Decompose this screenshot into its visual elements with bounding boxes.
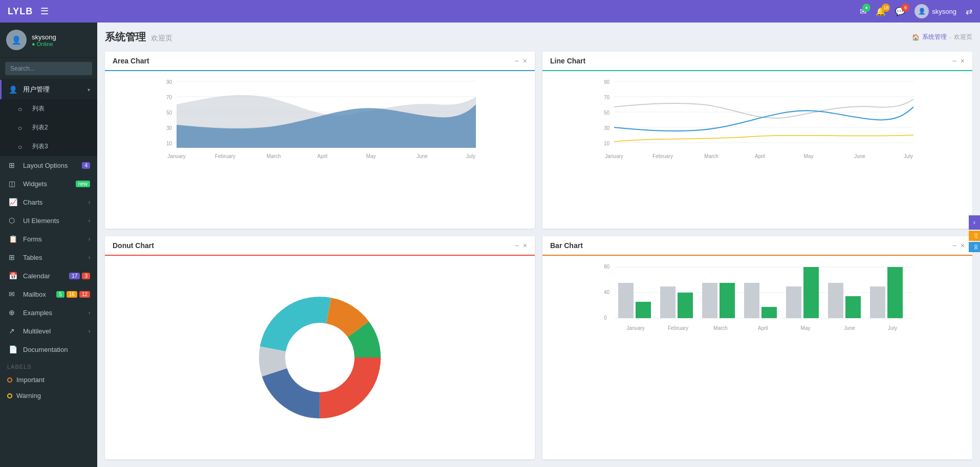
- donut-chart-title: Donut Chart: [113, 241, 154, 250]
- bar-chart-card: Bar Chart − × 80 40 0: [542, 236, 972, 460]
- line-chart-card: Line Chart − × 90 70 50 30 10: [542, 52, 972, 229]
- sidebar-toggle[interactable]: ☰: [40, 6, 49, 17]
- svg-text:70: 70: [604, 95, 610, 100]
- sidebar-item-list2[interactable]: ○ 列表2: [0, 118, 97, 137]
- breadcrumb-home-icon: 🏠: [912, 34, 920, 41]
- sidebar-item-tables[interactable]: ⊞ Tables ›: [0, 248, 97, 266]
- svg-text:February: February: [215, 153, 235, 159]
- bar-chart-header: Bar Chart − ×: [542, 236, 972, 256]
- donut-chart-close[interactable]: ×: [523, 241, 527, 250]
- breadcrumb-home-link[interactable]: 系统管理: [922, 33, 947, 41]
- circle-icon: ○: [18, 124, 28, 132]
- svg-text:February: February: [652, 153, 673, 159]
- donut-center: [286, 323, 354, 392]
- navbar: LYLB ☰ ✉ ● 🔔 18 💬 9 👤 skysong ⇄: [0, 0, 980, 23]
- layout-badge: 4: [82, 162, 90, 169]
- sidebar-item-label: Calendar: [23, 272, 67, 280]
- area-chart-close[interactable]: ×: [523, 57, 527, 65]
- sidebar: 👤 skysong Online 👤 用户管理 ▾ ○ 列表: [0, 23, 97, 467]
- line-yellow: [614, 135, 913, 142]
- labels-section: LABELS: [0, 359, 97, 372]
- search-input[interactable]: [5, 62, 92, 75]
- line-chart-close[interactable]: ×: [961, 57, 965, 65]
- avatar: 👤: [914, 4, 929, 18]
- page-header: 系统管理 欢迎页 🏠 系统管理 › 欢迎页: [105, 30, 972, 44]
- area-chart-title: Area Chart: [113, 57, 149, 65]
- mail-badge: ●: [862, 4, 870, 12]
- svg-text:June: June: [844, 325, 855, 331]
- area-chart-card: Area Chart − × 90 70 50 30 10: [105, 52, 535, 229]
- donut-chart-body: [105, 256, 535, 460]
- sidebar-item-user-mgmt[interactable]: 👤 用户管理 ▾: [0, 80, 97, 99]
- brand: LYLB: [8, 6, 33, 17]
- user-menu[interactable]: 👤 skysong: [914, 4, 956, 18]
- sidebar-status: Online: [32, 41, 56, 47]
- bar-jun-grey: [828, 283, 843, 318]
- svg-text:10: 10: [604, 141, 610, 146]
- sidebar-item-documentation[interactable]: 📄 Documentation: [0, 340, 97, 359]
- ui-icon: ⬡: [9, 216, 19, 225]
- sidebar-item-charts[interactable]: 📈 Charts ›: [0, 193, 97, 211]
- svg-text:April: April: [755, 153, 765, 159]
- bar-mar-green: [720, 283, 735, 318]
- area-chart-minimize[interactable]: −: [515, 57, 519, 65]
- sidebar-item-label: Layout Options: [23, 162, 80, 169]
- donut-chart-header: Donut Chart − ×: [105, 236, 535, 256]
- breadcrumb-separator: ›: [949, 34, 951, 41]
- sidebar-item-label: Multilevel: [23, 327, 89, 335]
- label-important: Important: [16, 376, 45, 384]
- chevron-right-icon: ›: [89, 218, 90, 224]
- sidebar-label-warning[interactable]: Warning: [0, 388, 97, 404]
- bar-chart-minimize[interactable]: −: [952, 241, 956, 250]
- username: skysong: [932, 8, 956, 15]
- donut-chart-minimize[interactable]: −: [515, 241, 519, 250]
- line-chart-minimize[interactable]: −: [952, 57, 956, 65]
- svg-text:30: 30: [166, 125, 172, 131]
- donut-chart-card: Donut Chart − ×: [105, 236, 535, 460]
- svg-text:April: April: [317, 153, 328, 159]
- widgets-icon: ◫: [9, 180, 19, 188]
- sidebar-item-calendar[interactable]: 📅 Calendar 17 3: [0, 266, 97, 285]
- sidebar-item-examples[interactable]: ⊕ Examples ›: [0, 303, 97, 322]
- sidebar-item-layout[interactable]: ⊞ Layout Options 4: [0, 156, 97, 174]
- area-chart-header: Area Chart − ×: [105, 52, 535, 71]
- line-chart-header: Line Chart − ×: [542, 52, 972, 71]
- right-panel-toggle[interactable]: ‹: [969, 215, 980, 229]
- line-chart-body: 90 70 50 30 10: [542, 71, 972, 229]
- sidebar-item-forms[interactable]: 📋 Forms ›: [0, 230, 97, 248]
- navbar-right: ✉ ● 🔔 18 💬 9 👤 skysong ⇄: [860, 4, 972, 18]
- sidebar-item-widgets[interactable]: ◫ Widgets new: [0, 174, 97, 193]
- doc-icon: 📄: [9, 345, 19, 353]
- svg-text:May: May: [801, 325, 811, 331]
- svg-text:March: March: [704, 153, 718, 159]
- right-panel-tab-2[interactable]: 06: [969, 242, 980, 252]
- sidebar-item-label: Charts: [23, 198, 89, 206]
- sidebar-item-list3[interactable]: ○ 列表3: [0, 137, 97, 156]
- mail-icon-wrap[interactable]: ✉ ●: [860, 7, 866, 16]
- chevron-right-icon: ›: [89, 310, 90, 316]
- bar-apr-grey: [744, 283, 759, 318]
- sidebar-item-label: Mailbox: [23, 291, 54, 298]
- line-chart-controls: − ×: [952, 57, 965, 65]
- bar-apr-green: [761, 307, 777, 318]
- bar-chart-close[interactable]: ×: [961, 241, 965, 250]
- chevron-right-icon: ›: [89, 255, 90, 260]
- sidebar-item-label: 用户管理: [23, 85, 88, 94]
- share-icon[interactable]: ⇄: [966, 7, 972, 16]
- sidebar-item-multilevel[interactable]: ↗ Multilevel ›: [0, 322, 97, 340]
- chevron-right-icon: ›: [89, 236, 90, 242]
- right-panel-tab-1[interactable]: 07: [969, 230, 980, 240]
- sidebar-item-ui-elements[interactable]: ⬡ UI Elements ›: [0, 211, 97, 230]
- sidebar-item-label: 列表: [32, 104, 90, 113]
- area-chart-body: 90 70 50 30 10: [105, 71, 535, 229]
- sidebar-label-important[interactable]: Important: [0, 372, 97, 388]
- svg-text:January: January: [626, 325, 645, 331]
- chevron-down-icon: ▾: [88, 87, 90, 93]
- chat-icon-wrap[interactable]: 💬 9: [895, 7, 905, 16]
- svg-text:10: 10: [166, 141, 172, 146]
- sidebar-item-mailbox[interactable]: ✉ Mailbox 5 16 12: [0, 285, 97, 303]
- bell-icon-wrap[interactable]: 🔔 18: [876, 7, 886, 16]
- svg-text:80: 80: [604, 264, 610, 270]
- sidebar-item-list1[interactable]: ○ 列表: [0, 99, 97, 118]
- sidebar-item-label: 列表3: [32, 142, 90, 151]
